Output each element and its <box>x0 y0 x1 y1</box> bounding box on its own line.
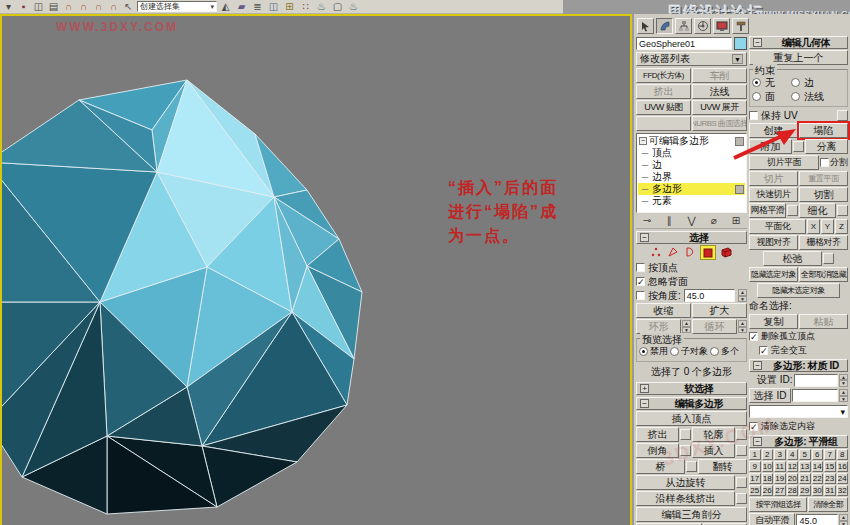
unwrap-uvw-button[interactable]: UVW 展开 <box>692 100 747 115</box>
align-icon[interactable]: ▰ <box>235 1 248 13</box>
smoothing-group-24[interactable]: 24 <box>837 473 849 484</box>
planar-x-button[interactable]: X <box>807 219 820 234</box>
tab-modify-icon[interactable] <box>656 18 673 34</box>
make-unique-icon[interactable]: ⋁ <box>685 215 699 226</box>
smoothing-group-18[interactable]: 18 <box>762 473 774 484</box>
ffd-box-button[interactable]: FFD(长方体) <box>636 68 691 83</box>
smoothing-group-14[interactable]: 14 <box>812 461 824 472</box>
smoothing-group-15[interactable]: 15 <box>824 461 836 472</box>
preview-multi-radio[interactable] <box>710 347 719 356</box>
smoothing-group-19[interactable]: 19 <box>774 473 786 484</box>
edit-named-selection-icon[interactable]: ↖ <box>122 1 135 13</box>
relax-settings-button[interactable] <box>823 253 834 264</box>
smoothing-group-7[interactable]: 7 <box>824 449 836 460</box>
smoothing-group-23[interactable]: 23 <box>824 473 836 484</box>
auto-smooth-spinner[interactable]: ▲▼ <box>839 514 848 525</box>
by-vertex-checkbox[interactable] <box>636 263 645 272</box>
detach-button[interactable]: 分离 <box>805 139 848 154</box>
smoothing-group-4[interactable]: 4 <box>787 449 799 460</box>
mirror-icon[interactable]: ◭ <box>219 1 232 13</box>
copy-button[interactable]: 复制 <box>749 314 798 329</box>
tab-create-icon[interactable] <box>637 18 654 34</box>
pin-stack-icon[interactable]: ⊸ <box>640 215 654 226</box>
material-name-dropdown[interactable]: ▾ <box>749 405 848 418</box>
auto-smooth-button[interactable]: 自动平滑 <box>749 513 795 525</box>
normal-button[interactable]: 法线 <box>692 84 747 99</box>
constraint-face-radio[interactable] <box>752 92 761 101</box>
smoothing-group-2[interactable]: 2 <box>762 449 774 460</box>
smoothing-group-9[interactable]: 9 <box>749 461 761 472</box>
msmooth-settings-button[interactable] <box>787 205 798 216</box>
unhide-all-button[interactable]: 全部取消隐藏 <box>799 267 848 282</box>
preview-disable-radio[interactable] <box>639 347 648 356</box>
delete-isolated-checkbox[interactable]: ✓ <box>749 332 758 341</box>
material-editor-icon[interactable]: ∷ <box>299 1 312 13</box>
hinge-from-edge-button[interactable]: 从边旋转 <box>636 475 735 490</box>
smoothing-group-26[interactable]: 26 <box>762 485 774 496</box>
blank-button[interactable] <box>636 116 691 131</box>
smoothing-group-3[interactable]: 3 <box>774 449 786 460</box>
auto-smooth-field[interactable]: 45.0 <box>796 514 838 525</box>
slice-button[interactable]: 切片 <box>749 171 798 186</box>
extrude-along-spline-button[interactable]: 沿样条线挤出 <box>636 491 735 506</box>
collapse-minus-icon[interactable]: − <box>639 137 647 145</box>
slice-plane-button[interactable]: 切片平面 <box>749 155 819 170</box>
shrink-button[interactable]: 收缩 <box>636 303 691 318</box>
loop-spinner[interactable]: ▲▼ <box>738 320 747 333</box>
clear-all-button[interactable]: 清除全部 <box>808 497 848 512</box>
clear-selection-checkbox[interactable]: ✓ <box>749 422 758 431</box>
constraint-edge-radio[interactable] <box>791 78 800 87</box>
bevel-settings-button[interactable] <box>680 445 691 456</box>
bridge-button[interactable]: 桥 <box>636 459 685 474</box>
rollout-soft-selection[interactable]: +软选择 <box>636 382 747 395</box>
percent-snap-icon[interactable]: ∩ <box>92 1 105 13</box>
set-id-spinner[interactable]: ▲▼ <box>839 374 848 387</box>
hide-selected-button[interactable]: 隐藏选定对象 <box>749 267 798 282</box>
attach-settings-button[interactable] <box>793 141 804 152</box>
smoothing-group-10[interactable]: 10 <box>762 461 774 472</box>
quick-slice-button[interactable]: 快速切片 <box>749 187 798 202</box>
lathe-button[interactable]: 车削 <box>692 68 747 83</box>
outline-settings-button[interactable] <box>736 429 747 440</box>
ring-button[interactable]: 环形 <box>636 319 681 334</box>
smoothing-group-25[interactable]: 25 <box>749 485 761 496</box>
ignore-backfacing-checkbox[interactable]: ✓ <box>636 277 645 286</box>
preview-subobj-radio[interactable] <box>670 347 679 356</box>
select-by-sg-button[interactable]: 按平滑组选择 <box>749 497 807 512</box>
smoothing-group-32[interactable]: 32 <box>837 485 849 496</box>
rollout-edit-polygons[interactable]: −编辑多边形 <box>636 397 747 410</box>
object-name-field[interactable]: GeoSphere01 <box>636 37 732 50</box>
polygon-subobject-icon[interactable] <box>701 246 715 259</box>
relax-button[interactable]: 松弛 <box>763 251 822 266</box>
cut-button[interactable]: 切割 <box>799 187 848 202</box>
object-color-swatch[interactable] <box>734 37 747 50</box>
view-align-button[interactable]: 视图对齐 <box>749 235 798 250</box>
rollout-material-ids[interactable]: −多边形: 材质 ID <box>749 359 848 372</box>
spline-extrude-settings-button[interactable] <box>736 493 747 504</box>
tab-display-icon[interactable] <box>713 18 730 34</box>
insert-vertex-button[interactable]: 插入顶点 <box>636 411 747 426</box>
planar-z-button[interactable]: Z <box>835 219 848 234</box>
preserve-uv-settings-button[interactable] <box>837 110 848 121</box>
smoothing-group-12[interactable]: 12 <box>787 461 799 472</box>
snap-toggle-icon[interactable]: ∩ <box>62 1 75 13</box>
smoothing-group-21[interactable]: 21 <box>799 473 811 484</box>
stack-item-row[interactable]: ─元素 <box>638 195 745 207</box>
configure-sets-icon[interactable]: ⊞ <box>729 215 743 226</box>
reset-plane-button[interactable]: 重置平面 <box>799 171 848 186</box>
dropdown-stub-icon[interactable]: ▾ <box>2 1 15 13</box>
outline-button[interactable]: 轮廓 <box>692 427 735 442</box>
split-checkbox[interactable] <box>820 158 829 167</box>
remove-modifier-icon[interactable]: ⌀ <box>707 215 721 226</box>
preserve-uv-checkbox[interactable] <box>749 111 758 120</box>
perspective-viewport[interactable]: WWW.3DXY.COM “插入”后的面 进行“塌陷”成 为一点。 <box>0 14 632 525</box>
selection-set-dropdown[interactable]: 创建选择集 ▾ <box>137 1 217 12</box>
element-subobject-icon[interactable] <box>720 244 733 262</box>
border-subobject-icon[interactable] <box>684 244 696 262</box>
make-planar-button[interactable]: 平面化 <box>749 219 806 234</box>
constraint-normal-radio[interactable] <box>791 92 800 101</box>
constraint-none-radio[interactable] <box>752 78 761 87</box>
hide-unselected-button[interactable]: 隐藏未选定对象 <box>757 283 840 298</box>
by-angle-checkbox[interactable] <box>636 291 645 300</box>
grid-align-button[interactable]: 栅格对齐 <box>799 235 848 250</box>
